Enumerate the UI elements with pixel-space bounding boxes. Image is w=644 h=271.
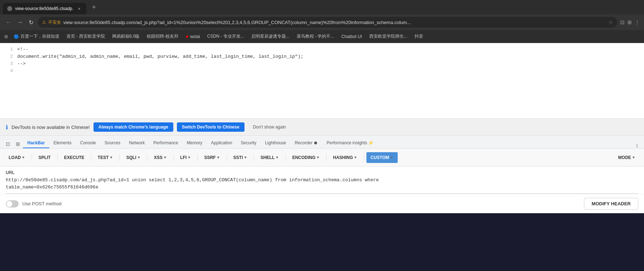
tab-sources[interactable]: Sources (100, 138, 125, 148)
apps-icon[interactable]: ⊞ (4, 34, 8, 39)
ssti-arrow-icon: ▼ (244, 155, 247, 159)
tab-network[interactable]: Network (125, 138, 149, 148)
devtools-notification-bar: ℹ DevTools is now available in Chinese! … (0, 118, 644, 136)
menu-icon[interactable]: ⋮ (635, 19, 640, 25)
new-tab-button[interactable]: + (89, 4, 99, 11)
bookmark-runoob[interactable]: 菜鸟教程 - 学的不... (294, 32, 337, 41)
reload-button[interactable]: ↻ (27, 18, 35, 27)
divider-2 (57, 154, 58, 161)
notification-message: DevTools is now available in Chinese! (12, 125, 90, 130)
tab-lighthouse[interactable]: Lighthouse (261, 138, 291, 148)
dont-show-again-button[interactable]: Don't show again (248, 122, 291, 132)
bookmark-xaoya2[interactable]: 西安欧亚学院师生... (366, 32, 410, 41)
divider-9 (254, 154, 254, 161)
always-match-language-button[interactable]: Always match Chrome's language (93, 122, 173, 132)
bookmark-baidu[interactable]: 🔵 百度一下，你就知道 (11, 32, 62, 41)
source-line-3: 3 --> (0, 60, 644, 67)
tab-memory[interactable]: Memory (183, 138, 207, 148)
shell-arrow-icon: ▼ (275, 155, 279, 159)
bookmark-qiming[interactable]: 启明星辰渗透专题... (248, 32, 292, 41)
tab-close-button[interactable]: ✕ (76, 6, 82, 11)
extensions-icon[interactable]: ⊞ (627, 19, 632, 25)
divider-3 (91, 154, 91, 161)
divider-8 (227, 154, 227, 161)
hackbar-ssrf-button[interactable]: SSRF ▼ (200, 152, 224, 163)
tab-application[interactable]: Application (207, 138, 237, 148)
encoding-arrow-icon: ▼ (316, 155, 320, 159)
bookmark-xaoya[interactable]: 首页 - 西安欧亚学院 (64, 32, 108, 41)
lfi-arrow-icon: ▼ (187, 155, 191, 159)
url-input[interactable]: http://8e50de85.clsadp.com/ad_js.php?ad_… (6, 177, 638, 191)
bookmark-douyin[interactable]: 抖音 (412, 32, 426, 41)
url-box[interactable]: ⚠ 不安全 view-source:8e50de85.clsadp.com/ad… (38, 17, 617, 28)
toggle-knob (6, 201, 12, 207)
modify-header-button[interactable]: MODIFY HEADER (584, 198, 638, 210)
hackbar-execute-button[interactable]: EXECUTE (60, 152, 89, 163)
devtools-icon-1[interactable]: ⊡ (3, 140, 13, 148)
tab-area: view-source:8e50de85.clsadp. ✕ (3, 0, 86, 14)
source-code-area: 1 <!-- 2 document.write("admin_id, admin… (0, 43, 644, 118)
devtools-icon-2[interactable]: ⊞ (13, 140, 23, 148)
hackbar-toolbar: LOAD ▼ SPLIT EXECUTE TEST ▼ SQLI ▼ XSS ▼… (0, 149, 644, 167)
divider-5 (147, 154, 147, 161)
address-text: view-source:8e50de85.clsadp.com/ad_js.ph… (63, 20, 606, 25)
tab-recorder[interactable]: Recorder ⏺ (291, 138, 323, 148)
divider-11 (326, 154, 326, 161)
bookmarks-bar: ⊞ 🔵 百度一下，你就知道 首页 - 西安欧亚学院 网易邮箱6.0版 校园招聘-… (0, 30, 644, 43)
bookmark-xiaoyoubang[interactable]: 校园招聘-校友邦 (144, 32, 181, 41)
bookmark-chatbot[interactable]: Chatbot UI (338, 33, 365, 41)
not-secure-label: 不安全 (48, 19, 61, 25)
hackbar-custom-button[interactable]: CUSTOM ▼ (366, 152, 398, 163)
bookmark-csdn[interactable]: CSDN - 专业开发... (204, 32, 247, 41)
tab-elements[interactable]: Elements (49, 138, 76, 148)
divider-7 (197, 154, 198, 161)
hackbar-load-button[interactable]: LOAD ▼ (4, 152, 29, 163)
mode-arrow-icon: ▼ (632, 155, 635, 159)
post-toggle-area: Use POST method (6, 200, 61, 207)
tab-security[interactable]: Security (237, 138, 261, 148)
devtools-tab-bar: ⊡ ⊞ HackBar Elements Console Sources Net… (0, 136, 644, 149)
post-method-toggle[interactable] (6, 200, 19, 207)
bookmark-star-icon[interactable]: ☆ (608, 19, 613, 25)
url-label: URL (6, 170, 638, 175)
hackbar-split-button[interactable]: SPLIT (34, 152, 55, 163)
tab-hackbar[interactable]: HackBar (23, 138, 49, 148)
source-line-2: 2 document.write("admin_id, admin_name, … (0, 53, 644, 60)
tab-performance[interactable]: Performance (149, 138, 183, 148)
divider-4 (119, 154, 120, 161)
bookmark-wolai[interactable]: ♥ wolai (183, 32, 203, 41)
hackbar-sqli-button[interactable]: SQLI ▼ (122, 152, 145, 163)
lock-icon: ⚠ (42, 20, 46, 25)
cast-icon[interactable]: ⊡ (620, 19, 625, 25)
hackbar-test-button[interactable]: TEST ▼ (93, 152, 118, 163)
hackbar-xss-button[interactable]: XSS ▼ (150, 152, 171, 163)
hackbar-shell-button[interactable]: SHELL ▼ (256, 152, 283, 163)
sqli-arrow-icon: ▼ (137, 155, 141, 159)
tab-title: view-source:8e50de85.clsadp. (15, 6, 73, 11)
ssrf-arrow-icon: ▼ (216, 155, 220, 159)
hackbar-mode-button[interactable]: MODE ▼ (614, 152, 640, 163)
hackbar-hashing-button[interactable]: HASHING ▼ (329, 152, 361, 163)
test-arrow-icon: ▼ (109, 155, 113, 159)
post-method-label: Use POST method (22, 201, 61, 206)
title-bar: view-source:8e50de85.clsadp. ✕ + (0, 0, 644, 14)
hashing-arrow-icon: ▼ (354, 155, 357, 159)
switch-to-chinese-button[interactable]: Switch DevTools to Chinese (177, 122, 245, 132)
address-bar: ← → ↻ ⚠ 不安全 view-source:8e50de85.clsadp.… (0, 14, 644, 30)
bookmark-icon: 🔵 (14, 34, 19, 39)
hackbar-encoding-button[interactable]: ENCODING ▼ (288, 152, 324, 163)
divider-12 (364, 154, 364, 161)
info-icon: ℹ (6, 124, 8, 131)
active-tab[interactable]: view-source:8e50de85.clsadp. ✕ (3, 3, 86, 14)
url-section: URL http://8e50de85.clsadp.com/ad_js.php… (0, 167, 644, 193)
wolai-icon: ♥ (186, 34, 188, 39)
source-lines: 1 <!-- 2 document.write("admin_id, admin… (0, 43, 644, 118)
tab-console[interactable]: Console (76, 138, 100, 148)
hackbar-lfi-button[interactable]: LFI ▼ (176, 152, 195, 163)
bookmark-163[interactable]: 网易邮箱6.0版 (109, 32, 143, 41)
forward-button[interactable]: → (16, 18, 24, 27)
hackbar-ssti-button[interactable]: SSTI ▼ (229, 152, 252, 163)
custom-arrow-icon: ▼ (390, 155, 393, 159)
back-button[interactable]: ← (4, 18, 13, 27)
tab-performance-insights[interactable]: Performance insights ⚡ (322, 138, 378, 148)
